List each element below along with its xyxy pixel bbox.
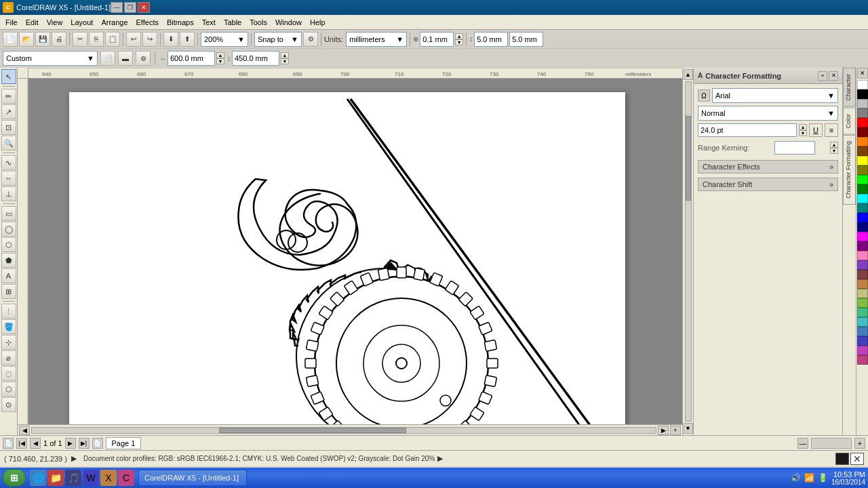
- ie-icon[interactable]: 🌐: [30, 470, 46, 486]
- snap-dropdown[interactable]: Snap to ▼: [254, 32, 302, 47]
- color-swatch-ff80c0[interactable]: [857, 251, 868, 260]
- color-swatch-80c040[interactable]: [857, 298, 868, 308]
- crop-tool[interactable]: ⊡: [1, 120, 16, 135]
- color-swatch-ff0000[interactable]: [857, 118, 868, 127]
- menu-item-table[interactable]: Table: [220, 17, 245, 28]
- draw-icon[interactable]: C: [118, 470, 134, 486]
- zoom-slider[interactable]: [811, 438, 852, 449]
- taskbar-coreldraw[interactable]: CorelDRAW X5 - [Untitled-1]: [138, 470, 247, 486]
- close-button[interactable]: ✕: [138, 2, 150, 13]
- size-up[interactable]: ▲: [799, 124, 807, 130]
- page-width-input[interactable]: 600.0 mm: [167, 51, 215, 66]
- color-swatch-ffffff[interactable]: [857, 80, 868, 89]
- font-dropdown[interactable]: Arial ▼: [712, 88, 838, 103]
- color-swatch-ff8000[interactable]: [857, 137, 868, 146]
- open-button[interactable]: 📂: [19, 32, 34, 47]
- kerning-spinner[interactable]: ▲ ▼: [830, 142, 838, 154]
- print-button[interactable]: 🖨: [52, 32, 66, 47]
- height-spinner[interactable]: ▲ ▼: [281, 52, 289, 64]
- nudge-input[interactable]: 0.1 mm: [420, 32, 454, 47]
- eyedropper-tool[interactable]: ⌀: [1, 350, 16, 365]
- range-kerning-input[interactable]: [774, 141, 815, 155]
- hscroll-right[interactable]: ▶: [658, 426, 669, 435]
- color-tab[interactable]: Color: [843, 108, 856, 135]
- menu-item-arrange[interactable]: Arrange: [97, 17, 132, 28]
- coord-y-input[interactable]: 5.0 mm: [509, 32, 543, 47]
- color-swatch-804040[interactable]: [857, 270, 868, 279]
- excel-icon[interactable]: X: [100, 470, 117, 486]
- rectangle-tool[interactable]: ▭: [1, 206, 16, 221]
- page-size-dropdown[interactable]: Custom ▼: [3, 51, 98, 66]
- panel-expand[interactable]: »: [818, 71, 827, 81]
- width-down[interactable]: ▼: [216, 58, 224, 64]
- menu-item-effects[interactable]: Effects: [132, 17, 163, 28]
- start-button[interactable]: ⊞: [3, 469, 26, 487]
- align-button[interactable]: ≡: [825, 123, 838, 137]
- color-swatch-c0c0c0[interactable]: [857, 99, 868, 108]
- palette-close[interactable]: ✕: [857, 68, 868, 79]
- color-swatch-c08040[interactable]: [857, 279, 868, 289]
- color-swatch-008000[interactable]: [857, 184, 868, 194]
- color-swatch-c04080[interactable]: [857, 355, 868, 365]
- character-effects-section[interactable]: Character Effects »: [698, 160, 838, 174]
- color-swatch-0000ff[interactable]: [857, 213, 868, 222]
- character-shift-section[interactable]: Character Shift »: [698, 178, 838, 191]
- contour-tool[interactable]: ⊙: [1, 397, 16, 412]
- width-spinner[interactable]: ▲ ▼: [216, 52, 224, 64]
- color-swatch-40c080[interactable]: [857, 308, 868, 317]
- color-swatch-40c0c0[interactable]: [857, 317, 868, 327]
- kerning-down[interactable]: ▼: [830, 148, 838, 154]
- vscroll-track[interactable]: [685, 81, 692, 422]
- height-down[interactable]: ▼: [281, 58, 289, 64]
- redo-button[interactable]: ↪: [142, 32, 157, 47]
- menu-item-help[interactable]: Help: [306, 17, 330, 28]
- color-swatch-808080[interactable]: [857, 108, 868, 118]
- basic-shapes-tool[interactable]: ⬟: [1, 253, 16, 268]
- mesh-fill-tool[interactable]: ⊹: [1, 335, 16, 350]
- fill-tool[interactable]: 🪣: [1, 319, 16, 334]
- select-tool[interactable]: ↖: [1, 69, 16, 84]
- color-swatch-ff00ff[interactable]: [857, 232, 868, 241]
- tray-icon-1[interactable]: 🔊: [791, 472, 802, 483]
- color-swatch-000080[interactable]: [857, 222, 868, 232]
- vertical-scrollbar[interactable]: ▲ ▼: [682, 68, 693, 435]
- blend-tool[interactable]: ⬡: [1, 382, 16, 396]
- coords-expand[interactable]: ▶: [71, 454, 77, 463]
- menu-item-edit[interactable]: Edit: [22, 17, 43, 28]
- size-down[interactable]: ▼: [799, 130, 807, 136]
- color-swatch-c040c0[interactable]: [857, 346, 868, 355]
- color-swatch-8040c0[interactable]: [857, 260, 868, 270]
- zoom-dropdown[interactable]: 200% ▼: [201, 32, 248, 47]
- menu-item-text[interactable]: Text: [198, 17, 220, 28]
- freehand-tool[interactable]: ✏: [1, 89, 16, 104]
- page-icon[interactable]: 📄: [3, 438, 14, 449]
- restore-button[interactable]: ❐: [124, 2, 136, 13]
- zoom-in-status[interactable]: +: [854, 438, 865, 449]
- tray-icon-2[interactable]: 📶: [804, 472, 815, 483]
- outline-tool[interactable]: ◌: [1, 366, 16, 381]
- color-swatch-800080[interactable]: [857, 241, 868, 251]
- vscroll-up[interactable]: ▲: [684, 69, 693, 80]
- color-swatch-c0c080[interactable]: [857, 289, 868, 298]
- text-tool[interactable]: A: [1, 268, 16, 283]
- units-dropdown[interactable]: millimeters ▼: [346, 32, 407, 47]
- char-tab[interactable]: Character: [843, 68, 856, 107]
- color-swatch-000000[interactable]: [857, 89, 868, 99]
- height-up[interactable]: ▲: [281, 52, 289, 58]
- office-icon[interactable]: W: [83, 470, 99, 486]
- menu-item-bitmaps[interactable]: Bitmaps: [163, 17, 198, 28]
- zoom-in-btn[interactable]: +: [670, 426, 681, 435]
- menu-item-layout[interactable]: Layout: [66, 17, 97, 28]
- size-input[interactable]: 24.0 pt: [698, 123, 797, 137]
- snap-options-button[interactable]: ⚙: [303, 32, 318, 47]
- hscroll-thumb[interactable]: [219, 428, 406, 433]
- undo-button[interactable]: ↩: [126, 32, 141, 47]
- polygon-tool[interactable]: ⬡: [1, 237, 16, 252]
- color-swatch-808000[interactable]: [857, 165, 868, 175]
- color-swatch-4080c0[interactable]: [857, 327, 868, 336]
- smart-draw-tool[interactable]: ↗: [1, 104, 16, 119]
- minimize-button[interactable]: —: [111, 2, 123, 13]
- portrait-button[interactable]: ⬜: [100, 51, 115, 66]
- color-swatch-008080[interactable]: [857, 203, 868, 213]
- nudge-down[interactable]: ▼: [455, 39, 463, 45]
